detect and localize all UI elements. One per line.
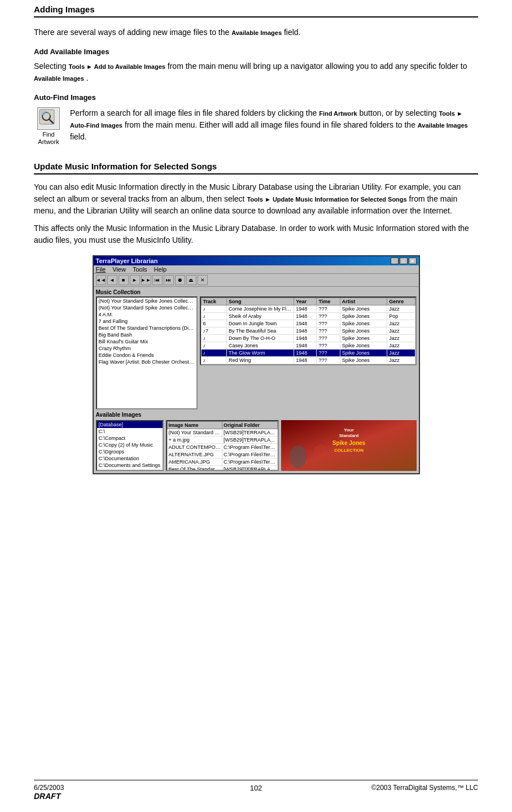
track-panel: Track Song Year Time Artist Genre ♪Come … bbox=[200, 296, 417, 409]
page-footer: 6/25/2003 DRAFT 102 ©2003 TerraDigital S… bbox=[34, 780, 478, 801]
table-row[interactable]: ♪Sheik of Araby1948???Spike JonesPop bbox=[201, 313, 415, 320]
table-row[interactable]: Best Of The Standard Transcriptions.jpg[… bbox=[167, 466, 277, 472]
tb-btn-3[interactable]: ■ bbox=[119, 275, 129, 285]
table-row[interactable]: ♪Down By The O-H-O1948???Spike JonesJazz bbox=[201, 335, 415, 342]
window-main: Music Collection (Not) Your Standard Spi… bbox=[94, 287, 419, 473]
collection-panel: (Not) Your Standard Spike Jones Collecti… bbox=[96, 296, 198, 409]
list-item[interactable]: 4 A.M. bbox=[97, 311, 196, 318]
minimize-button[interactable]: _ bbox=[391, 257, 399, 264]
collection-list[interactable]: (Not) Your Standard Spike Jones Collecti… bbox=[96, 296, 198, 409]
list-item[interactable]: Bill Knauf's Guitar Mix bbox=[97, 338, 196, 345]
menu-help[interactable]: Help bbox=[154, 266, 167, 273]
track-table: Track Song Year Time Artist Genre ♪Come … bbox=[201, 298, 415, 364]
tb-btn-6[interactable]: ⏮ bbox=[152, 275, 163, 285]
auto-find-post: from the main menu. Either will add all … bbox=[125, 120, 415, 129]
main-panels: (Not) Your Standard Spike Jones Collecti… bbox=[96, 296, 417, 409]
track-table-wrapper: Track Song Year Time Artist Genre ♪Come … bbox=[200, 296, 417, 365]
footer-page-number: 102 bbox=[250, 784, 262, 792]
window-titlebar: TerraPlayer Librarian _ □ ✕ bbox=[94, 256, 419, 265]
footer-draft: DRAFT bbox=[34, 792, 64, 801]
image-table-wrapper: Image Name Original Folder (Not) Your St… bbox=[166, 420, 279, 471]
collection-label: Music Collection bbox=[96, 289, 417, 295]
auto-find-button-name: Find Artwork bbox=[319, 110, 357, 117]
table-row[interactable]: AMERICANA.JPGC:\Program Files\Terr... bbox=[167, 459, 277, 466]
list-item[interactable]: C:\Documents and Settings bbox=[97, 462, 163, 469]
table-row[interactable]: (Not) Your Standard Spike Jones Collecti… bbox=[167, 429, 277, 436]
update-menu-item: Tools ► Update Music Information for Sel… bbox=[247, 196, 406, 203]
window-menubar: File View Tools Help bbox=[94, 265, 419, 274]
update-para2: This affects only the Music Information … bbox=[34, 222, 478, 246]
list-item[interactable]: Flag Waver [Artist: Bob Chester Orchestr… bbox=[97, 359, 196, 365]
tb-btn-9[interactable]: ⏏ bbox=[186, 275, 196, 285]
table-row[interactable]: 6Down In Jungle Town1948???Spike JonesJa… bbox=[201, 320, 415, 328]
add-avail-menu: Tools ► Add to Available Images bbox=[68, 63, 165, 70]
table-row[interactable]: ♪Come Josephine In My Flying M...1948???… bbox=[201, 305, 415, 313]
intro-text: There are several ways of adding new ima… bbox=[34, 28, 229, 37]
table-row[interactable]: ADULT CONTEMPORARY.JPGC:\Program Files\T… bbox=[167, 444, 277, 451]
col-year: Year bbox=[294, 298, 317, 305]
menu-file[interactable]: File bbox=[96, 266, 106, 273]
list-item[interactable]: (Not) Your Standard Spike Jones Collecti… bbox=[97, 304, 196, 311]
svg-rect-4 bbox=[47, 111, 53, 115]
auto-find-field: Available Images bbox=[418, 122, 468, 129]
list-item[interactable]: 7 and Falling bbox=[97, 318, 196, 325]
add-avail-end: . bbox=[86, 73, 89, 82]
table-row[interactable]: ♪7By The Beautiful Sea1948???Spike Jones… bbox=[201, 328, 415, 335]
tb-btn-7[interactable]: ⏭ bbox=[164, 275, 174, 285]
list-item[interactable]: C:\help tool bbox=[97, 469, 163, 471]
list-item[interactable]: Crazy Rhythm bbox=[97, 345, 196, 352]
window-title: TerraPlayer Librarian bbox=[96, 257, 158, 264]
image-list-panel: Image Name Original Folder (Not) Your St… bbox=[166, 420, 279, 471]
tb-btn-10[interactable]: ✕ bbox=[198, 275, 208, 285]
col-song: Song bbox=[226, 298, 294, 305]
list-item[interactable]: Big Band Bash bbox=[97, 331, 196, 338]
tb-btn-4[interactable]: ► bbox=[130, 275, 140, 285]
album-art-preview: Your Standard Spike Jones COLLECTION bbox=[281, 420, 417, 471]
col-genre: Genre bbox=[387, 298, 415, 305]
add-avail-pre: Selecting bbox=[34, 62, 67, 71]
close-button[interactable]: ✕ bbox=[409, 257, 417, 264]
table-row[interactable]: + a m.jpg[WSB29]TERRAPLA... bbox=[167, 436, 277, 444]
auto-find-block: Find Artwork Perform a search for all im… bbox=[34, 107, 478, 146]
list-item[interactable]: Best Of The Standard Transcriptions (Dis… bbox=[97, 325, 196, 331]
auto-find-description: Perform a search for all image files in … bbox=[70, 107, 478, 143]
tb-btn-2[interactable]: ◄ bbox=[107, 275, 117, 285]
col-time: Time bbox=[317, 298, 340, 305]
update-section-header: Update Music Information for Selected So… bbox=[34, 157, 478, 174]
album-art-panel: Your Standard Spike Jones COLLECTION bbox=[281, 420, 417, 471]
maximize-button[interactable]: □ bbox=[400, 257, 408, 264]
col-original-folder: Original Folder bbox=[222, 422, 278, 429]
list-item[interactable]: C:\ bbox=[97, 428, 163, 435]
image-table-body: (Not) Your Standard Spike Jones Collecti… bbox=[167, 429, 277, 472]
window-toolbar: ◄◄ ◄ ■ ► ►► ⏮ ⏭ ⏺ ⏏ ✕ bbox=[94, 274, 419, 287]
list-item[interactable]: C:\Documentation bbox=[97, 455, 163, 462]
auto-find-mid: button, or by selecting bbox=[360, 108, 437, 117]
list-item[interactable]: C:\Copy (2) of My Music bbox=[97, 442, 163, 448]
tb-btn-8[interactable]: ⏺ bbox=[175, 275, 185, 285]
find-artwork-svg bbox=[38, 108, 59, 129]
album-art-svg: Your Standard Spike Jones COLLECTION bbox=[281, 420, 417, 471]
tb-btn-1[interactable]: ◄◄ bbox=[96, 275, 106, 285]
tb-btn-5[interactable]: ►► bbox=[141, 275, 151, 285]
menu-tools[interactable]: Tools bbox=[133, 266, 147, 273]
svg-point-11 bbox=[290, 446, 307, 468]
list-item[interactable]: C:\Dgroops bbox=[97, 448, 163, 455]
add-avail-mid: from the main menu will bring up a navig… bbox=[168, 62, 467, 71]
update-para1: You can also edit Music Information dire… bbox=[34, 181, 478, 217]
list-item[interactable]: [Database] bbox=[97, 421, 163, 428]
available-images-section: Available Images [Database] C:\ C:\Compa… bbox=[96, 412, 417, 471]
auto-find-heading: Auto-Find Images bbox=[34, 93, 478, 102]
menu-view[interactable]: View bbox=[112, 266, 126, 273]
table-row[interactable]: ALTERNATIVE.JPGC:\Program Files\Terr... bbox=[167, 451, 277, 459]
available-images-label: Available Images bbox=[96, 412, 417, 418]
svg-rect-3 bbox=[41, 111, 46, 115]
folder-list[interactable]: [Database] C:\ C:\Compact C:\Copy (2) of… bbox=[96, 420, 164, 471]
svg-text:Standard: Standard bbox=[339, 433, 358, 438]
table-row[interactable]: ♪The Glow Worm1948???Spike JonesJazz bbox=[201, 350, 415, 357]
list-item[interactable]: C:\Compact bbox=[97, 435, 163, 442]
table-row[interactable]: ♪Casey Jones1948???Spike JonesJazz bbox=[201, 342, 415, 350]
list-item[interactable]: (Not) Your Standard Spike Jones Collecti… bbox=[97, 298, 196, 304]
table-row[interactable]: ♪Red Wing1948???Spike JonesJazz bbox=[201, 357, 415, 364]
list-item[interactable]: Eddie Condon & Friends bbox=[97, 352, 196, 359]
footer-date-draft: 6/25/2003 DRAFT bbox=[34, 784, 64, 801]
